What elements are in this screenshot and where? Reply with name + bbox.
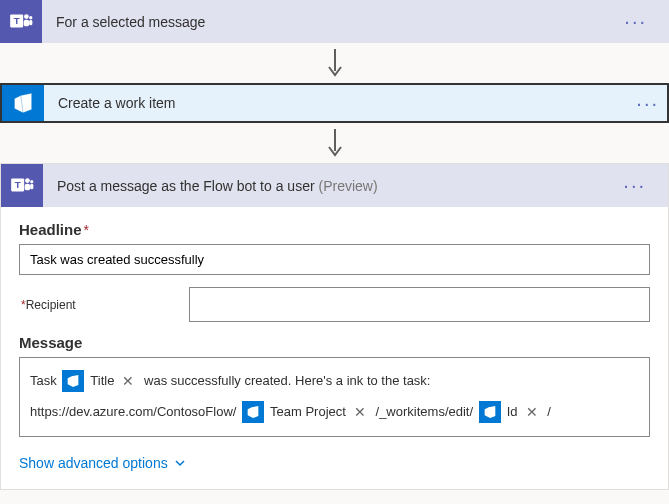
token-team-project[interactable]: Team Project ✕ [242,397,370,428]
preview-tag: (Preview) [318,178,377,194]
svg-rect-13 [30,183,33,188]
step-selected-message[interactable]: T For a selected message ··· [0,0,669,43]
message-label: Message [19,334,82,351]
svg-rect-11 [25,183,30,190]
svg-text:T: T [15,179,21,190]
token-remove-icon[interactable]: ✕ [522,397,542,428]
connector-arrow-1 [0,43,669,83]
svg-point-12 [30,180,33,183]
svg-point-2 [24,14,29,19]
headline-label: Headline [19,221,82,238]
chevron-down-icon [174,457,186,469]
svg-point-4 [29,16,32,19]
svg-text:T: T [14,15,20,26]
svg-rect-3 [24,19,29,26]
svg-point-10 [25,178,30,183]
step3-header[interactable]: T Post a message as the Flow bot to a us… [1,164,668,207]
message-input[interactable]: Task Title ✕ was successfully created. H… [19,357,650,437]
teams-icon: T [0,0,42,43]
recipient-input[interactable] [189,287,650,322]
step-post-message: T Post a message as the Flow bot to a us… [0,163,669,490]
teams-icon: T [1,164,43,207]
step3-title: Post a message as the Flow bot to a user… [57,178,615,194]
azure-devops-icon [242,401,264,423]
azure-devops-icon [62,370,84,392]
connector-arrow-2 [0,123,669,163]
step1-title: For a selected message [56,14,616,30]
show-advanced-options-link[interactable]: Show advanced options [19,455,186,471]
headline-input[interactable] [19,244,650,275]
required-star: * [84,222,89,238]
step2-title: Create a work item [58,95,614,111]
step-create-work-item[interactable]: Create a work item ··· [0,83,669,123]
token-remove-icon[interactable]: ✕ [350,397,370,428]
step3-more-icon[interactable]: ··· [615,174,654,197]
token-title[interactable]: Title ✕ [62,366,138,397]
svg-rect-5 [29,19,32,24]
token-id[interactable]: Id ✕ [479,397,542,428]
step2-more-icon[interactable]: ··· [628,92,667,115]
step1-more-icon[interactable]: ··· [616,10,655,33]
recipient-label: *Recipient [19,298,189,312]
azure-devops-icon [479,401,501,423]
azure-devops-icon [2,85,44,121]
token-remove-icon[interactable]: ✕ [118,366,138,397]
